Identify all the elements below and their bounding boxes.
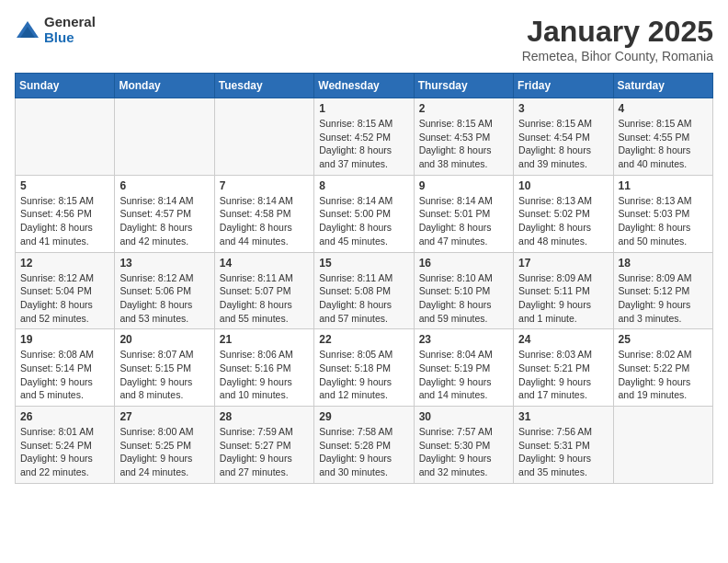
day-info: Sunrise: 8:13 AM Sunset: 5:03 PM Dayligh… — [619, 194, 708, 248]
logo-general-text: General — [44, 15, 96, 30]
day-info: Sunrise: 7:56 AM Sunset: 5:31 PM Dayligh… — [518, 425, 608, 479]
day-number: 28 — [220, 410, 309, 423]
day-number: 12 — [20, 257, 109, 270]
day-info: Sunrise: 7:58 AM Sunset: 5:28 PM Dayligh… — [319, 425, 408, 479]
calendar-cell: 1Sunrise: 8:15 AM Sunset: 4:52 PM Daylig… — [314, 98, 414, 176]
day-info: Sunrise: 8:15 AM Sunset: 4:53 PM Dayligh… — [419, 117, 508, 171]
day-number: 20 — [119, 333, 209, 346]
calendar-cell: 27Sunrise: 8:00 AM Sunset: 5:25 PM Dayli… — [115, 407, 214, 484]
calendar-cell: 2Sunrise: 8:15 AM Sunset: 4:53 PM Daylig… — [414, 98, 513, 176]
day-number: 8 — [319, 179, 408, 192]
calendar-cell: 29Sunrise: 7:58 AM Sunset: 5:28 PM Dayli… — [314, 407, 414, 484]
day-number: 31 — [518, 410, 608, 423]
day-info: Sunrise: 8:03 AM Sunset: 5:21 PM Dayligh… — [518, 348, 608, 402]
day-info: Sunrise: 8:05 AM Sunset: 5:18 PM Dayligh… — [319, 348, 408, 402]
day-info: Sunrise: 8:12 AM Sunset: 5:04 PM Dayligh… — [20, 271, 109, 326]
day-info: Sunrise: 8:00 AM Sunset: 5:25 PM Dayligh… — [119, 425, 209, 479]
calendar-title: January 2025 — [522, 15, 713, 49]
calendar-cell — [16, 98, 115, 176]
calendar-subtitle: Remetea, Bihor County, Romania — [522, 49, 713, 63]
calendar-cell: 10Sunrise: 8:13 AM Sunset: 5:02 PM Dayli… — [514, 175, 613, 252]
calendar-cell: 31Sunrise: 7:56 AM Sunset: 5:31 PM Dayli… — [514, 407, 613, 484]
day-info: Sunrise: 8:14 AM Sunset: 5:01 PM Dayligh… — [419, 194, 508, 248]
day-number: 7 — [220, 179, 309, 192]
day-info: Sunrise: 8:04 AM Sunset: 5:19 PM Dayligh… — [419, 348, 508, 402]
day-info: Sunrise: 8:11 AM Sunset: 5:08 PM Dayligh… — [319, 271, 408, 326]
day-number: 6 — [119, 179, 209, 192]
calendar-cell: 30Sunrise: 7:57 AM Sunset: 5:30 PM Dayli… — [414, 407, 513, 484]
calendar-cell: 9Sunrise: 8:14 AM Sunset: 5:01 PM Daylig… — [414, 175, 513, 252]
weekday-header-wednesday: Wednesday — [314, 74, 414, 98]
day-info: Sunrise: 8:07 AM Sunset: 5:15 PM Dayligh… — [119, 348, 209, 402]
day-info: Sunrise: 8:08 AM Sunset: 5:14 PM Dayligh… — [20, 348, 109, 402]
day-number: 1 — [319, 102, 408, 115]
day-number: 15 — [319, 257, 408, 270]
day-info: Sunrise: 8:13 AM Sunset: 5:02 PM Dayligh… — [518, 194, 608, 248]
day-number: 3 — [518, 102, 608, 115]
calendar-cell: 3Sunrise: 8:15 AM Sunset: 4:54 PM Daylig… — [514, 98, 613, 176]
day-number: 19 — [20, 333, 109, 346]
calendar-cell — [613, 407, 712, 484]
calendar-cell: 20Sunrise: 8:07 AM Sunset: 5:15 PM Dayli… — [115, 329, 214, 407]
day-number: 18 — [619, 257, 708, 270]
calendar-cell: 25Sunrise: 8:02 AM Sunset: 5:22 PM Dayli… — [613, 329, 712, 407]
calendar-cell: 21Sunrise: 8:06 AM Sunset: 5:16 PM Dayli… — [214, 329, 313, 407]
weekday-header-monday: Monday — [115, 74, 214, 98]
day-info: Sunrise: 8:15 AM Sunset: 4:56 PM Dayligh… — [20, 194, 109, 248]
calendar-cell: 16Sunrise: 8:10 AM Sunset: 5:10 PM Dayli… — [414, 252, 513, 329]
day-number: 14 — [220, 257, 309, 270]
calendar-cell: 6Sunrise: 8:14 AM Sunset: 4:57 PM Daylig… — [115, 175, 214, 252]
weekday-header-friday: Friday — [514, 74, 613, 98]
calendar-table: SundayMondayTuesdayWednesdayThursdayFrid… — [15, 73, 713, 484]
day-info: Sunrise: 8:10 AM Sunset: 5:10 PM Dayligh… — [419, 271, 508, 326]
week-row-4: 26Sunrise: 8:01 AM Sunset: 5:24 PM Dayli… — [16, 407, 713, 484]
calendar-cell: 7Sunrise: 8:14 AM Sunset: 4:58 PM Daylig… — [214, 175, 313, 252]
week-row-0: 1Sunrise: 8:15 AM Sunset: 4:52 PM Daylig… — [16, 98, 713, 176]
weekday-header-tuesday: Tuesday — [214, 74, 313, 98]
calendar-cell: 13Sunrise: 8:12 AM Sunset: 5:06 PM Dayli… — [115, 252, 214, 329]
day-number: 29 — [319, 410, 408, 423]
day-number: 4 — [619, 102, 708, 115]
day-info: Sunrise: 8:01 AM Sunset: 5:24 PM Dayligh… — [20, 425, 109, 479]
day-number: 10 — [518, 179, 608, 192]
weekday-header-row: SundayMondayTuesdayWednesdayThursdayFrid… — [16, 74, 713, 98]
calendar-cell: 14Sunrise: 8:11 AM Sunset: 5:07 PM Dayli… — [214, 252, 313, 329]
calendar-cell: 15Sunrise: 8:11 AM Sunset: 5:08 PM Dayli… — [314, 252, 414, 329]
day-number: 9 — [419, 179, 508, 192]
week-row-1: 5Sunrise: 8:15 AM Sunset: 4:56 PM Daylig… — [16, 175, 713, 252]
day-number: 2 — [419, 102, 508, 115]
calendar-cell: 8Sunrise: 8:14 AM Sunset: 5:00 PM Daylig… — [314, 175, 414, 252]
calendar-cell — [115, 98, 214, 176]
calendar-cell: 22Sunrise: 8:05 AM Sunset: 5:18 PM Dayli… — [314, 329, 414, 407]
day-info: Sunrise: 8:06 AM Sunset: 5:16 PM Dayligh… — [220, 348, 309, 402]
day-info: Sunrise: 8:09 AM Sunset: 5:12 PM Dayligh… — [619, 271, 708, 326]
day-number: 25 — [619, 333, 708, 346]
weekday-header-thursday: Thursday — [414, 74, 513, 98]
day-info: Sunrise: 8:12 AM Sunset: 5:06 PM Dayligh… — [119, 271, 209, 326]
calendar-cell: 4Sunrise: 8:15 AM Sunset: 4:55 PM Daylig… — [613, 98, 712, 176]
logo-blue-text: Blue — [44, 30, 96, 46]
weekday-header-saturday: Saturday — [613, 74, 712, 98]
weekday-header-sunday: Sunday — [16, 74, 115, 98]
calendar-cell: 17Sunrise: 8:09 AM Sunset: 5:11 PM Dayli… — [514, 252, 613, 329]
day-info: Sunrise: 8:09 AM Sunset: 5:11 PM Dayligh… — [518, 271, 608, 326]
day-info: Sunrise: 8:15 AM Sunset: 4:54 PM Dayligh… — [518, 117, 608, 171]
week-row-2: 12Sunrise: 8:12 AM Sunset: 5:04 PM Dayli… — [16, 252, 713, 329]
calendar-cell: 11Sunrise: 8:13 AM Sunset: 5:03 PM Dayli… — [613, 175, 712, 252]
day-info: Sunrise: 7:59 AM Sunset: 5:27 PM Dayligh… — [220, 425, 309, 479]
day-number: 13 — [119, 257, 209, 270]
calendar-cell: 12Sunrise: 8:12 AM Sunset: 5:04 PM Dayli… — [16, 252, 115, 329]
calendar-cell: 24Sunrise: 8:03 AM Sunset: 5:21 PM Dayli… — [514, 329, 613, 407]
day-number: 11 — [619, 179, 708, 192]
page-header: General Blue January 2025 Remetea, Bihor… — [15, 15, 713, 63]
day-info: Sunrise: 8:15 AM Sunset: 4:52 PM Dayligh… — [319, 117, 408, 171]
day-number: 16 — [419, 257, 508, 270]
week-row-3: 19Sunrise: 8:08 AM Sunset: 5:14 PM Dayli… — [16, 329, 713, 407]
logo: General Blue — [15, 15, 96, 45]
day-info: Sunrise: 8:14 AM Sunset: 5:00 PM Dayligh… — [319, 194, 408, 248]
calendar-cell: 28Sunrise: 7:59 AM Sunset: 5:27 PM Dayli… — [214, 407, 313, 484]
calendar-cell: 26Sunrise: 8:01 AM Sunset: 5:24 PM Dayli… — [16, 407, 115, 484]
day-number: 30 — [419, 410, 508, 423]
calendar-cell: 5Sunrise: 8:15 AM Sunset: 4:56 PM Daylig… — [16, 175, 115, 252]
calendar-header: SundayMondayTuesdayWednesdayThursdayFrid… — [16, 74, 713, 98]
